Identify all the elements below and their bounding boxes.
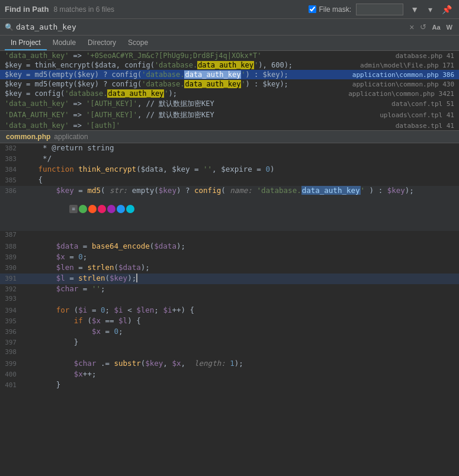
search-icon: 🔍	[5, 23, 14, 31]
line-code: $x = 0;	[21, 252, 91, 261]
result-code: 'data_auth_key' => '[auth]'	[5, 121, 389, 130]
file-mask-label[interactable]: File mask:	[309, 5, 351, 14]
refresh-btn[interactable]: ↺	[418, 22, 428, 31]
code-line: 398	[0, 348, 459, 359]
result-row[interactable]: 'data_auth_key' => '[AUTH_KEY]', // 默认数据…	[0, 98, 459, 110]
code-line: 393	[0, 295, 459, 305]
code-line: 396 $x = 0;	[0, 327, 459, 337]
line-code: $char = '';	[21, 284, 109, 293]
line-code: $char .= substr($key, $x, length: 1);	[21, 359, 247, 368]
code-line: 392 $char = '';	[0, 284, 459, 295]
line-code: }	[21, 337, 82, 346]
line-num: 397	[0, 339, 21, 346]
result-code: $key = config('database.data_auth_key');	[5, 89, 341, 98]
tab-directory[interactable]: Directory	[82, 36, 122, 50]
line-code: $data = base64_encode($data);	[21, 242, 189, 250]
result-code: 'DATA_AUTH_KEY' => '[AUTH_KEY]', // 默认数据…	[5, 110, 373, 120]
line-num: 387	[0, 231, 21, 239]
result-code: $key = md5(empty($key) ? config('databas…	[5, 70, 345, 79]
line-code: function think_encrypt($data, $key = '',…	[21, 165, 278, 173]
result-code: 'data_auth_key' => '[AUTH_KEY]', // 默认数据…	[5, 99, 384, 109]
line-code: if ($x == $l) {	[21, 316, 145, 325]
filter-dropdown-btn[interactable]: ▼	[408, 4, 421, 15]
result-file: admin\model\File.php 171	[360, 62, 454, 69]
search-bar: 🔍 × ↺ Aa W	[0, 19, 459, 36]
search-input[interactable]	[16, 22, 406, 31]
result-row[interactable]: 'DATA_AUTH_KEY' => '[AUTH_KEY]', // 默认数据…	[0, 110, 459, 121]
line-num: 393	[0, 295, 21, 303]
line-num: 400	[0, 371, 21, 378]
result-row[interactable]: $key = config('database.data_auth_key');…	[0, 89, 459, 98]
result-code: $key = think_encrypt($data, config('data…	[5, 61, 353, 69]
code-line: 388 $data = base64_encode($data);	[0, 242, 459, 252]
code-body[interactable]: 382 * @return string 383 */ 384 function…	[0, 143, 459, 472]
line-code: $len = strlen($data);	[21, 263, 153, 272]
line-num: 391	[0, 275, 21, 282]
tab-in-project[interactable]: In Project	[5, 36, 47, 50]
main-content: 'data_auth_key' => '+0SeoAC#YR_Jm&c?[PhU…	[0, 51, 459, 476]
code-panel-header: common.php application	[0, 131, 459, 143]
line-code: */	[21, 154, 55, 163]
line-num: 385	[0, 176, 21, 184]
code-filename: common.php	[6, 133, 50, 141]
code-filepath: application	[54, 133, 88, 141]
filter-icon-btn[interactable]: ▾	[426, 4, 435, 15]
code-line: 399 $char .= substr($key, $x, length: 1)…	[0, 359, 459, 369]
line-code: }	[21, 380, 64, 389]
result-file: uploads\conf.tpl 41	[380, 111, 454, 119]
result-row[interactable]: 'data_auth_key' => '[auth]' database.tpl…	[0, 121, 459, 130]
code-line: 389 $x = 0;	[0, 252, 459, 263]
code-line: 397 }	[0, 337, 459, 348]
tab-module[interactable]: Module	[47, 36, 82, 50]
result-row-selected[interactable]: $key = md5(empty($key) ? config('databas…	[0, 70, 459, 79]
line-num: 396	[0, 328, 21, 336]
clear-search-btn[interactable]: ×	[408, 22, 415, 32]
file-mask-input[interactable]	[356, 4, 403, 15]
code-line: 395 if ($x == $l) {	[0, 316, 459, 327]
toolbar-title: Find in Path	[5, 5, 49, 14]
result-file: data\conf.tpl 51	[391, 100, 454, 108]
line-code: $x = 0;	[21, 327, 127, 336]
whole-word-btn[interactable]: W	[445, 23, 454, 31]
line-num: 392	[0, 285, 21, 293]
result-file: application\common.php 386	[352, 71, 454, 79]
pin-btn[interactable]: 📌	[439, 4, 454, 15]
match-case-btn[interactable]: Aa	[431, 23, 442, 31]
code-line: 390 $len = strlen($data);	[0, 263, 459, 274]
line-num: 394	[0, 307, 21, 314]
result-row[interactable]: 'data_auth_key' => '+0SeoAC#YR_Jm&c?[PhU…	[0, 51, 459, 60]
code-section: common.php application 382 * @return str…	[0, 131, 459, 476]
line-code: for ($i = 0; $i < $len; $i++) {	[21, 305, 198, 314]
code-line: 394 for ($i = 0; $i < $len; $i++) {	[0, 305, 459, 316]
line-num: 401	[0, 381, 21, 389]
code-line: 383 */	[0, 154, 459, 165]
line-num: 386	[0, 187, 21, 195]
result-file: application\common.php 430	[352, 81, 454, 88]
result-code: 'data_auth_key' => '+0SeoAC#YR_Jm&c?[PhU…	[5, 52, 389, 60]
line-num: 383	[0, 155, 21, 163]
result-code: $key = md5(empty($key) ? config('databas…	[5, 80, 345, 88]
result-file: application\common.php 3421	[348, 90, 454, 98]
file-mask-checkbox[interactable]	[309, 5, 316, 13]
code-line: 400 $x++;	[0, 369, 459, 380]
results-list[interactable]: 'data_auth_key' => '+0SeoAC#YR_Jm&c?[PhU…	[0, 51, 459, 131]
tabs-bar: In Project Module Directory Scope	[0, 36, 459, 51]
line-num: 384	[0, 166, 21, 173]
code-line: 384 function think_encrypt($data, $key =…	[0, 165, 459, 175]
result-row[interactable]: $key = think_encrypt($data, config('data…	[0, 60, 459, 70]
line-num: 389	[0, 253, 21, 261]
line-code: $key = md5( str: empty($key) ? config( n…	[21, 186, 418, 231]
line-num: 398	[0, 348, 21, 356]
line-code: * @return string	[21, 143, 118, 152]
line-num: 382	[0, 144, 21, 152]
result-row[interactable]: $key = md5(empty($key) ? config('databas…	[0, 79, 459, 89]
code-line: 385 {	[0, 175, 459, 186]
code-line: 387	[0, 231, 459, 242]
line-code: $x++;	[21, 369, 99, 378]
line-num: 395	[0, 317, 21, 325]
tab-scope[interactable]: Scope	[122, 36, 154, 50]
code-line-active: 386 $key = md5( str: empty($key) ? confi…	[0, 186, 459, 231]
line-code: {	[21, 175, 46, 184]
line-num: 390	[0, 264, 21, 272]
result-file: database.tpl 41	[396, 122, 454, 130]
